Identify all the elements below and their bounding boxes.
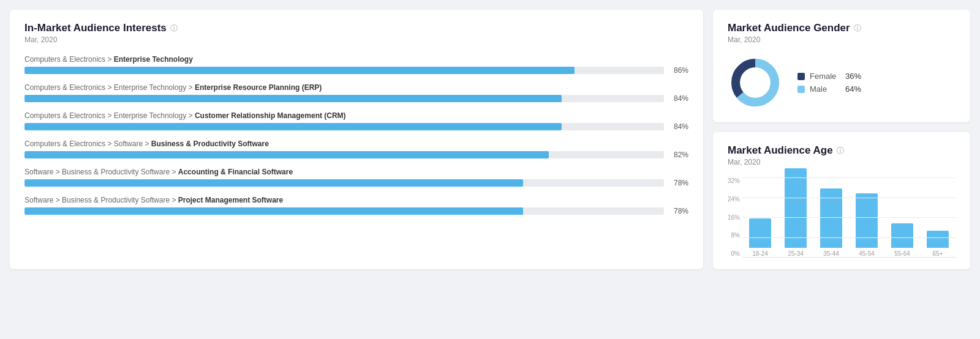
female-color-dot [797, 73, 805, 80]
gender-content: Female 36% Male 64% [728, 55, 956, 110]
age-card: Market Audience Age ⓘ Mar, 2020 32% 24% … [713, 132, 970, 269]
main-layout: In-Market Audience Interests ⓘ Mar, 2020… [10, 10, 970, 269]
age-bar-fill-18-24 [749, 218, 771, 248]
gender-donut [728, 55, 783, 110]
bar-pct-6: 78% [669, 207, 688, 215]
in-market-info-icon[interactable]: ⓘ [170, 23, 178, 34]
legend-male-row: Male 64% [797, 84, 861, 94]
bar-label-3: Computers & Electronics > Enterprise Tec… [24, 111, 688, 120]
age-x-label-25-34: 25-34 [788, 250, 804, 257]
bar-track-6 [24, 207, 664, 215]
y-label-16: 16% [728, 214, 740, 221]
bar-fill-1 [24, 67, 575, 74]
bar-label-4-bold: Business & Productivity Software [151, 140, 269, 148]
age-chart: 32% 24% 16% 8% 0% [728, 177, 956, 257]
bar-row-5: 78% [24, 179, 688, 187]
age-bar-fill-45-54 [856, 193, 878, 248]
bar-row-4: 82% [24, 151, 688, 159]
age-bar-fill-55-64 [891, 223, 913, 248]
bar-track-2 [24, 95, 664, 102]
bar-fill-2 [24, 95, 562, 102]
bar-label-1: Computers & Electronics > Enterprise Tec… [24, 55, 688, 64]
legend-female-row: Female 36% [797, 72, 861, 81]
bar-label-5: Software > Business & Productivity Softw… [24, 168, 688, 176]
age-chart-area: 18-24 25-34 35-44 [742, 177, 956, 257]
bar-label-5-bold: Accounting & Financial Software [178, 168, 293, 176]
age-info-icon[interactable]: ⓘ [837, 146, 844, 156]
age-y-axis: 32% 24% 16% 8% 0% [728, 177, 742, 257]
age-x-label-55-64: 55-64 [894, 250, 910, 257]
bar-fill-6 [24, 207, 523, 215]
bar-pct-3: 84% [669, 122, 688, 131]
bar-pct-5: 78% [669, 179, 688, 187]
bar-pct-1: 86% [669, 66, 688, 75]
bar-row-3: 84% [24, 122, 688, 131]
female-pct: 36% [845, 72, 861, 81]
age-x-label-65plus: 65+ [933, 250, 943, 257]
donut-svg [728, 55, 783, 110]
bar-label-6-bold: Project Management Software [178, 196, 283, 204]
bar-track-4 [24, 151, 664, 158]
bar-section-5: Software > Business & Productivity Softw… [24, 168, 688, 187]
age-bar-fill-25-34 [785, 168, 807, 248]
in-market-title: In-Market Audience Interests ⓘ [24, 22, 688, 34]
bar-label-2-bold: Enterprise Resource Planning (ERP) [195, 83, 322, 92]
bar-row-1: 86% [24, 66, 688, 75]
bar-pct-2: 84% [669, 94, 688, 103]
svg-point-3 [743, 70, 767, 95]
age-bar-fill-65plus [927, 231, 949, 248]
bar-label-1-bold: Enterprise Technology [114, 55, 193, 64]
age-bar-18-24: 18-24 [745, 218, 775, 257]
bar-track-5 [24, 179, 664, 187]
bar-label-6: Software > Business & Productivity Softw… [24, 196, 688, 204]
age-subtitle: Mar, 2020 [728, 158, 956, 166]
gender-title: Market Audience Gender ⓘ [728, 22, 956, 34]
age-bar-65plus: 65+ [922, 231, 953, 257]
bar-fill-3 [24, 123, 562, 130]
bar-fill-4 [24, 151, 549, 158]
age-x-label-45-54: 45-54 [859, 250, 875, 257]
gender-info-icon[interactable]: ⓘ [854, 23, 861, 34]
bar-fill-5 [24, 179, 523, 187]
bar-section-4: Computers & Electronics > Software > Bus… [24, 140, 688, 159]
gender-legend: Female 36% Male 64% [797, 72, 861, 94]
bar-track-3 [24, 123, 664, 130]
gender-subtitle: Mar, 2020 [728, 35, 956, 44]
y-label-32: 32% [728, 177, 740, 184]
age-title: Market Audience Age ⓘ [728, 144, 956, 157]
age-x-label-35-44: 35-44 [823, 250, 839, 257]
age-x-label-18-24: 18-24 [752, 250, 768, 257]
age-bar-35-44: 35-44 [816, 188, 846, 257]
gender-card: Market Audience Gender ⓘ Mar, 2020 [713, 10, 970, 122]
bar-label-2: Computers & Electronics > Enterprise Tec… [24, 83, 688, 92]
male-label: Male [810, 84, 840, 94]
right-panel: Market Audience Gender ⓘ Mar, 2020 [713, 10, 970, 269]
age-bar-45-54: 45-54 [851, 193, 882, 257]
in-market-subtitle: Mar, 2020 [24, 35, 688, 44]
bar-section-2: Computers & Electronics > Enterprise Tec… [24, 83, 688, 103]
age-bar-fill-35-44 [820, 188, 842, 248]
age-title-text: Market Audience Age [728, 144, 833, 157]
in-market-interests-card: In-Market Audience Interests ⓘ Mar, 2020… [10, 10, 703, 269]
bar-section-3: Computers & Electronics > Enterprise Tec… [24, 111, 688, 131]
bar-row-2: 84% [24, 94, 688, 103]
y-label-0: 0% [731, 250, 740, 257]
y-label-8: 8% [731, 232, 740, 239]
bar-track-1 [24, 67, 664, 74]
age-bar-55-64: 55-64 [887, 223, 918, 257]
bar-row-6: 78% [24, 207, 688, 215]
bar-label-3-bold: Customer Relationship Management (CRM) [195, 111, 346, 120]
male-pct: 64% [845, 84, 861, 94]
grid-line-0 [742, 257, 956, 258]
bar-section-1: Computers & Electronics > Enterprise Tec… [24, 55, 688, 75]
age-bar-25-34: 25-34 [780, 168, 811, 257]
bar-section-6: Software > Business & Productivity Softw… [24, 196, 688, 215]
in-market-title-text: In-Market Audience Interests [24, 22, 167, 34]
age-bars-container: 18-24 25-34 35-44 [742, 177, 956, 257]
bar-label-4: Computers & Electronics > Software > Bus… [24, 140, 688, 148]
male-color-dot [797, 86, 805, 93]
gender-title-text: Market Audience Gender [728, 22, 850, 34]
female-label: Female [810, 72, 840, 81]
y-label-24: 24% [728, 196, 740, 203]
bar-pct-4: 82% [669, 151, 688, 159]
